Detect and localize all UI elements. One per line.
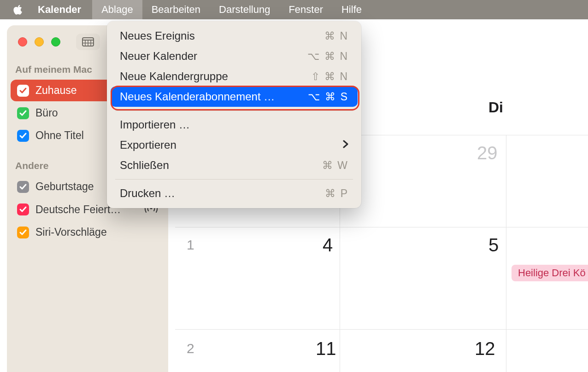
menu-bearbeiten[interactable]: Bearbeiten [142,0,210,19]
zoom-window-button[interactable] [51,37,60,46]
checkbox-icon[interactable] [17,130,29,142]
menuitem-label: Neue Kalendergruppe [120,70,228,83]
checkbox-icon[interactable] [17,85,29,97]
menuitem-neuer-kalender[interactable]: Neuer Kalender ⌥ ⌘ N [107,46,361,66]
day-number-prev[interactable]: 29 [477,143,498,163]
menu-hilfe[interactable]: Hilfe [332,0,371,19]
menuitem-exportieren[interactable]: Exportieren [107,135,361,155]
grid-line [175,227,588,227]
day-number[interactable]: 5 [488,235,499,256]
ablage-dropdown: Neues Ereignis ⌘ N Neuer Kalender ⌥ ⌘ N … [107,21,361,208]
menuitem-label: Neues Kalenderabonnement … [120,90,275,103]
day-number[interactable]: 4 [323,235,333,256]
menuitem-neues-ereignis[interactable]: Neues Ereignis ⌘ N [107,26,361,46]
menuitem-label: Neuer Kalender [120,50,197,63]
menuitem-drucken[interactable]: Drucken … ⌘ P [107,183,361,203]
day-number[interactable]: 12 [475,338,495,359]
day-number[interactable]: 11 [316,338,336,359]
menu-divider [115,110,353,111]
menuitem-importieren[interactable]: Importieren … [107,115,361,135]
grid-line [506,135,506,372]
menubar: Kalender Ablage Bearbeiten Darstellung F… [0,0,588,19]
menu-darstellung[interactable]: Darstellung [210,0,279,19]
checkbox-icon[interactable] [17,203,29,215]
close-window-button[interactable] [18,37,27,46]
shortcut: ⌘ W [322,159,348,172]
calendars-toolbar-button[interactable] [76,34,100,50]
calendar-label: Büro [35,107,58,119]
menu-fenster[interactable]: Fenster [279,0,332,19]
weekday-header-tue: Di [415,99,576,116]
calendar-siri[interactable]: Siri-Vorschläge [11,221,165,243]
menu-ablage[interactable]: Ablage [92,0,142,19]
menuitem-label: Drucken … [120,187,175,200]
menu-divider [115,179,353,180]
checkbox-icon[interactable] [17,107,29,119]
calendar-label: Ohne Titel [35,129,84,142]
menuitem-neue-kalendergruppe[interactable]: Neue Kalendergruppe ⇧ ⌘ N [107,66,361,87]
window-controls [18,37,60,46]
menuitem-label: Exportieren [120,139,176,151]
shortcut: ⌘ P [325,187,348,200]
shortcut: ⇧ ⌘ N [311,70,348,83]
event-heilige-drei-koenige[interactable]: Heilige Drei Kö [512,265,588,281]
week-number: 1 [187,237,194,253]
menuitem-label: Importieren … [120,118,190,131]
menuitem-label: Neues Ereignis [120,29,195,42]
shortcut: ⌥ ⌘ S [308,91,348,103]
shortcut: ⌘ N [324,30,348,42]
calendar-label: Geburtstage [35,180,94,193]
calendar-label: Siri-Vorschläge [35,226,107,238]
app-name[interactable]: Kalender [38,4,81,16]
menuitem-neues-kalenderabonnement[interactable]: Neues Kalenderabonnement … ⌥ ⌘ S [111,87,358,107]
chevron-right-icon [343,139,348,151]
shortcut: ⌥ ⌘ N [307,50,348,63]
calendar-label: Zuhause [35,84,77,97]
minimize-window-button[interactable] [35,37,44,46]
menuitem-schliessen[interactable]: Schließen ⌘ W [107,155,361,175]
week-number: 2 [187,341,194,356]
grid-line [175,329,588,330]
checkbox-icon[interactable] [17,181,29,193]
apple-menu-icon[interactable] [13,5,23,15]
menuitem-label: Schließen [120,159,169,172]
checkbox-icon[interactable] [17,227,29,238]
